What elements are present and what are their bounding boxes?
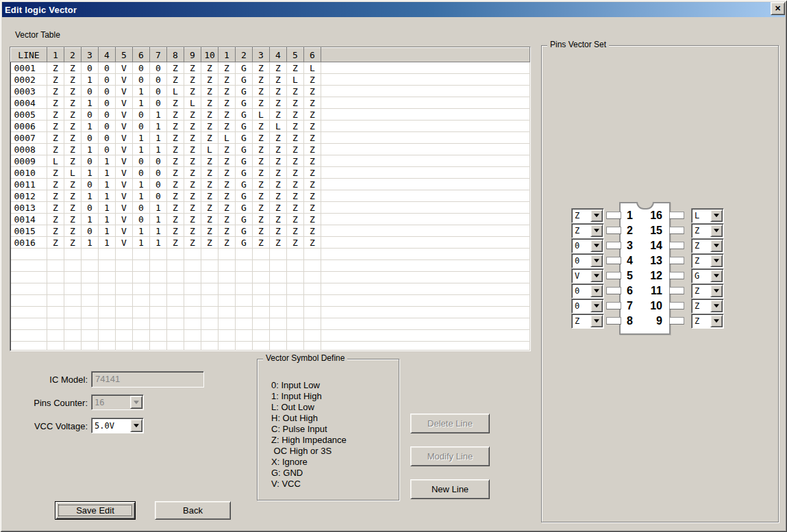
pin-3-combo-value: 0 bbox=[575, 241, 579, 251]
table-row[interactable]: 0011ZZ01V10ZZZZGZZZZ bbox=[11, 179, 530, 190]
vector-cell: Z bbox=[184, 190, 201, 202]
vector-cell bbox=[253, 249, 270, 260]
table-row[interactable]: 0015ZZ01V11ZZZZGZZZZ bbox=[11, 225, 530, 237]
pin-16-combo[interactable]: L bbox=[691, 208, 724, 223]
vector-cell bbox=[64, 295, 82, 307]
chevron-down-icon[interactable] bbox=[590, 270, 603, 282]
new-line-button[interactable]: New Line bbox=[410, 479, 490, 499]
vector-cell bbox=[253, 330, 270, 342]
table-row[interactable]: 0008ZZ10V11ZZLZGZZZZ bbox=[11, 144, 530, 155]
vector-cell bbox=[64, 283, 82, 295]
table-row[interactable]: 0001ZZ00V00ZZZZGZZZL bbox=[11, 62, 530, 74]
vector-cell: Z bbox=[287, 155, 304, 167]
chevron-down-icon[interactable] bbox=[710, 255, 723, 267]
pin-2-combo[interactable]: Z bbox=[571, 223, 604, 238]
table-row[interactable]: 0007ZZ00V11ZZZLGZZZZ bbox=[11, 132, 530, 144]
vector-cell: V bbox=[116, 86, 133, 97]
vector-cell bbox=[236, 283, 253, 295]
vector-cell: 1 bbox=[150, 109, 167, 121]
chevron-down-icon[interactable] bbox=[130, 396, 142, 409]
line-number-cell: 0001 bbox=[11, 62, 47, 74]
vector-cell bbox=[116, 295, 133, 307]
pin-7-combo[interactable]: 0 bbox=[571, 299, 604, 314]
ic-model-field[interactable]: 74141 bbox=[91, 371, 204, 388]
vector-cell: Z bbox=[270, 109, 287, 121]
vector-cell: G bbox=[236, 237, 253, 249]
vector-cell: Z bbox=[218, 74, 236, 86]
table-row-empty bbox=[11, 342, 530, 352]
table-row[interactable]: 0002ZZ10V00ZZZZGZZLZ bbox=[11, 74, 530, 86]
pin-11-combo[interactable]: Z bbox=[691, 283, 724, 299]
filler-cell bbox=[321, 155, 530, 167]
pin-15-combo[interactable]: Z bbox=[691, 223, 724, 238]
pin-9-combo[interactable]: Z bbox=[691, 314, 724, 329]
vector-cell: 0 bbox=[82, 155, 99, 167]
pin-14-combo[interactable]: Z bbox=[691, 238, 724, 253]
table-row[interactable]: 0012ZZ11V10ZZZZGZZZZ bbox=[11, 190, 530, 202]
pin-13-lead-icon bbox=[669, 257, 684, 264]
vector-cell bbox=[253, 283, 270, 295]
chevron-down-icon[interactable] bbox=[710, 300, 723, 312]
pin-12-combo[interactable]: G bbox=[691, 268, 724, 283]
table-row[interactable]: 0009LZ01V00ZZZZGZZZZ bbox=[11, 155, 530, 167]
pins-vector-set-group: Pins Vector Set Z1Z20304V50607Z8L16Z15Z1… bbox=[541, 45, 779, 522]
close-button[interactable]: ✕ bbox=[771, 2, 785, 15]
line-number-cell bbox=[11, 295, 47, 307]
pins-counter-combo[interactable]: 16 bbox=[91, 394, 144, 410]
vector-cell: Z bbox=[47, 225, 64, 237]
vector-cell bbox=[236, 342, 253, 352]
chevron-down-icon[interactable] bbox=[590, 300, 603, 312]
vector-cell bbox=[47, 283, 64, 295]
table-row[interactable]: 0005ZZ00V01ZZZZGLZZZ bbox=[11, 109, 530, 121]
vector-cell bbox=[201, 272, 218, 283]
chevron-down-icon[interactable] bbox=[590, 255, 603, 267]
vector-cell bbox=[253, 272, 270, 283]
chevron-down-icon[interactable] bbox=[710, 240, 723, 252]
pin-1-combo[interactable]: Z bbox=[571, 208, 604, 223]
table-row[interactable]: 0003ZZ00V10LZZZGZZZZ bbox=[11, 86, 530, 97]
pin-number-10: 10 bbox=[643, 300, 662, 312]
pin-number-7: 7 bbox=[627, 300, 633, 312]
chevron-down-icon[interactable] bbox=[590, 240, 603, 252]
chevron-down-icon[interactable] bbox=[710, 210, 723, 222]
chevron-down-icon[interactable] bbox=[710, 285, 723, 297]
back-button[interactable]: Back bbox=[155, 501, 231, 520]
modify-line-button[interactable]: Modify Line bbox=[410, 446, 490, 466]
chevron-down-icon[interactable] bbox=[590, 315, 603, 327]
table-row[interactable]: 0004ZZ10V10ZLZZGZZZZ bbox=[11, 97, 530, 109]
chevron-down-icon[interactable] bbox=[710, 315, 723, 327]
pin-10-combo[interactable]: Z bbox=[691, 299, 724, 314]
vector-cell: Z bbox=[47, 144, 64, 155]
column-header: 2 bbox=[236, 48, 253, 62]
line-number-cell: 0009 bbox=[11, 155, 47, 167]
pin-8-combo[interactable]: Z bbox=[571, 314, 604, 329]
save-edit-button[interactable]: Save Edit bbox=[55, 501, 136, 520]
pin-3-combo[interactable]: 0 bbox=[571, 238, 604, 253]
table-row[interactable]: 0006ZZ10V01ZZZZGZLZZ bbox=[11, 121, 530, 132]
vector-cell: Z bbox=[304, 144, 321, 155]
vector-cell: 1 bbox=[150, 144, 167, 155]
delete-line-button[interactable]: Delete Line bbox=[410, 414, 490, 433]
chevron-down-icon[interactable] bbox=[710, 225, 723, 237]
chevron-down-icon[interactable] bbox=[590, 210, 603, 222]
chevron-down-icon[interactable] bbox=[590, 225, 603, 237]
table-row[interactable]: 0016ZZ11V11ZZZZGZZZZ bbox=[11, 237, 530, 249]
vector-cell: G bbox=[236, 214, 253, 225]
chevron-down-icon[interactable] bbox=[130, 419, 142, 432]
vector-cell: 1 bbox=[99, 179, 116, 190]
vector-cell bbox=[184, 342, 201, 352]
vcc-voltage-combo[interactable]: 5.0V bbox=[91, 418, 144, 433]
pin-4-combo[interactable]: 0 bbox=[571, 253, 604, 268]
pin-5-combo[interactable]: V bbox=[571, 268, 604, 283]
pin-6-combo[interactable]: 0 bbox=[571, 283, 604, 299]
table-row[interactable]: 0010ZL11V00ZZZZGZZZZ bbox=[11, 167, 530, 179]
chevron-down-icon[interactable] bbox=[710, 270, 723, 282]
vector-cell: Z bbox=[218, 190, 236, 202]
table-row[interactable]: 0013ZZ01V01ZZZZGZZZZ bbox=[11, 202, 530, 214]
filler-cell bbox=[321, 249, 530, 260]
titlebar[interactable]: Edit logic Vector bbox=[2, 2, 785, 17]
table-row[interactable]: 0014ZZ11V01ZZZZGZZZZ bbox=[11, 214, 530, 225]
chevron-down-icon[interactable] bbox=[590, 285, 603, 297]
pin-13-combo[interactable]: Z bbox=[691, 253, 724, 268]
column-header: 4 bbox=[270, 48, 287, 62]
